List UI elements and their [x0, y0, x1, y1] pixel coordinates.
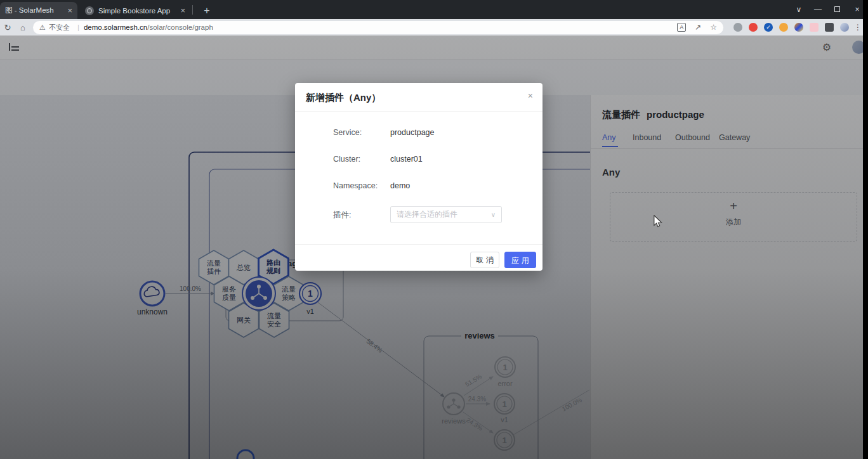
node-badge: 1	[502, 436, 506, 445]
edge-label: 100.0%	[561, 396, 583, 413]
svg-text:流量: 流量	[266, 312, 281, 320]
svg-text:流量: 流量	[206, 259, 221, 267]
browser-tab-bar: 图 - SolarMesh × Simple Bookstore App × +…	[0, 0, 868, 19]
svg-text:服务: 服务	[222, 285, 236, 293]
active-tab-underline	[602, 146, 618, 147]
sidebar-collapse-icon[interactable]	[9, 43, 19, 51]
window-chevron-icon[interactable]: ∨	[788, 0, 810, 19]
edge-label: 24.3%	[468, 396, 486, 403]
edge-label: 58.4%	[365, 337, 383, 354]
profile-avatar[interactable]	[840, 23, 849, 32]
extensions-puzzle-icon[interactable]	[825, 23, 834, 32]
namespace-value: demo	[390, 181, 410, 190]
tab-close-icon[interactable]: ×	[67, 6, 72, 15]
gear-icon[interactable]: ⚙	[822, 41, 831, 53]
screen: 图 - SolarMesh × Simple Bookstore App × +…	[0, 0, 868, 459]
details-node-partial[interactable]	[237, 450, 254, 459]
tabs-divider	[591, 148, 868, 149]
svg-text:总览: 总览	[236, 264, 251, 271]
reviews-box-label: reviews	[464, 331, 495, 340]
add-plugin-modal: 新增插件（Any） × Service: productpage Cluster…	[295, 83, 542, 271]
svg-text:规则: 规则	[266, 267, 280, 275]
extension-red-icon[interactable]	[749, 23, 758, 32]
tab-close-icon[interactable]: ×	[180, 6, 185, 15]
node-label: reviews	[442, 417, 466, 425]
mouse-cursor	[653, 215, 664, 228]
warning-icon: ⚠	[39, 23, 46, 32]
extension-check-icon[interactable]: ✓	[764, 23, 773, 32]
tab-inbound[interactable]: Inbound	[633, 133, 661, 142]
extension-emoji-icon[interactable]	[779, 23, 788, 32]
tab-title: 图 - SolarMesh	[5, 6, 62, 15]
node-label: v1	[501, 416, 508, 423]
extension-firefox-icon[interactable]	[794, 23, 803, 32]
svg-text:策略: 策略	[282, 294, 296, 301]
extension-pink-icon[interactable]	[810, 23, 819, 32]
extension-clock-icon[interactable]	[733, 23, 742, 32]
node-label: error	[497, 380, 513, 387]
traffic-plugin-panel: 流量插件productpage Any Inbound Outbound Gat…	[590, 95, 868, 459]
add-plugin-dropzone[interactable]: + 添加	[610, 192, 857, 242]
url-separator: |	[77, 23, 79, 31]
cluster-label: Cluster:	[333, 155, 360, 164]
reload-icon[interactable]: ↻	[0, 23, 15, 32]
tab-title: Simple Bookstore App	[98, 7, 175, 15]
node-badge: 1	[308, 288, 313, 299]
edge-label: 51.5%	[464, 373, 483, 388]
node-label: unknown	[137, 307, 168, 316]
tab-gateway[interactable]: Gateway	[719, 133, 750, 142]
add-label: 添加	[610, 217, 857, 228]
url-host: demo.solarmesh.cn	[84, 23, 147, 31]
panel-title: 流量插件productpage	[602, 109, 704, 121]
tab-any[interactable]: Any	[602, 133, 616, 142]
tab-outbound[interactable]: Outbound	[675, 133, 710, 142]
modal-header-divider	[295, 111, 542, 112]
cluster-value: cluster01	[390, 155, 423, 164]
service-value: productpage	[390, 128, 435, 137]
tab-divider	[192, 5, 193, 15]
url-path: /solar/console/graph	[147, 23, 213, 31]
edge-label: 100.0%	[180, 285, 201, 292]
plugin-select-placeholder: 请选择合适的插件	[397, 210, 457, 219]
globe-favicon-icon	[85, 6, 94, 15]
home-icon[interactable]: ⌂	[15, 23, 30, 32]
browser-menu-icon[interactable]: ⋮	[854, 23, 862, 32]
modal-footer-divider	[295, 244, 542, 245]
node-badge: 1	[502, 399, 506, 409]
svg-text:网关: 网关	[237, 316, 251, 324]
security-label: 不安全	[49, 23, 70, 32]
edge-label: 24.3%	[465, 417, 484, 432]
screen-edge-strip	[863, 0, 868, 459]
plus-icon: +	[610, 199, 857, 214]
panel-service-name: productpage	[647, 109, 704, 120]
window-maximize-icon[interactable]	[826, 0, 848, 19]
svg-text:路由: 路由	[266, 259, 280, 266]
section-heading: Any	[602, 167, 620, 178]
tab-bookstore[interactable]: Simple Bookstore App ×	[80, 2, 190, 19]
apply-button[interactable]: 应 用	[504, 252, 536, 268]
app-header: ⚙	[0, 36, 868, 60]
share-icon[interactable]: ↗	[695, 23, 701, 32]
plugin-select[interactable]: 请选择合适的插件 ∨	[390, 206, 502, 223]
modal-title: 新增插件（Any）	[306, 92, 381, 104]
cancel-button[interactable]: 取 消	[470, 252, 499, 268]
tab-solarmesh[interactable]: 图 - SolarMesh ×	[0, 2, 77, 19]
svg-text:质量: 质量	[222, 294, 236, 301]
svg-text:流量: 流量	[281, 285, 296, 293]
translate-icon[interactable]: A	[677, 23, 686, 32]
close-icon[interactable]: ×	[528, 91, 533, 101]
window-minimize-icon[interactable]: —	[807, 0, 829, 19]
service-label: Service:	[333, 128, 362, 137]
bookmark-star-icon[interactable]: ☆	[710, 23, 717, 32]
namespace-label: Namespace:	[333, 181, 378, 190]
chevron-down-icon: ∨	[491, 207, 496, 223]
plugin-label: 插件:	[333, 210, 351, 221]
node-badge: 1	[503, 363, 507, 372]
new-tab-button[interactable]: +	[199, 3, 214, 18]
svg-text:安全: 安全	[267, 320, 281, 328]
url-bar[interactable]: ⚠ 不安全 | demo.solarmesh.cn /solar/console…	[33, 21, 723, 34]
node-label: v1	[306, 307, 314, 315]
svg-text:插件: 插件	[207, 268, 221, 275]
browser-toolbar: ↻ ⌂ ⚠ 不安全 | demo.solarmesh.cn /solar/con…	[0, 19, 868, 36]
